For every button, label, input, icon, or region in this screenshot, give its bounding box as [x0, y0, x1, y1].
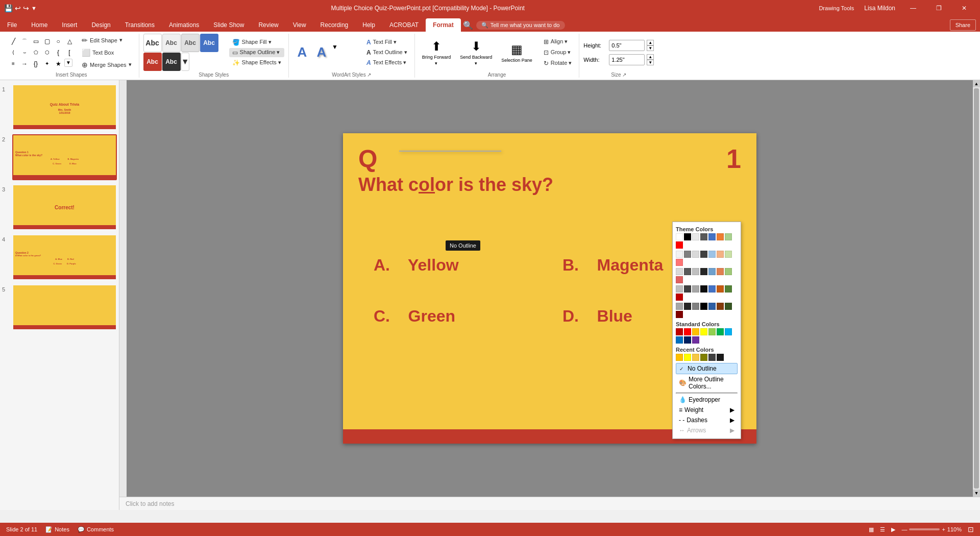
tc-r3-6[interactable]: [717, 268, 724, 275]
hex-shape[interactable]: ⬡: [42, 47, 52, 58]
oval-shape[interactable]: ○: [53, 36, 63, 46]
bring-forward-button[interactable]: ⬆ Bring Forward ▾: [419, 38, 454, 67]
theme-color-5[interactable]: [708, 233, 716, 240]
zoom-slider[interactable]: [909, 528, 940, 530]
zoom-in-btn[interactable]: +: [942, 526, 945, 532]
tc-r2-5[interactable]: [708, 251, 716, 258]
slide-thumb-4[interactable]: 4 Question 2 A What color is the grass? …: [2, 234, 117, 280]
rc-6[interactable]: [717, 354, 724, 361]
shape-style-expand[interactable]: ▼: [181, 53, 189, 71]
tc-r3-3[interactable]: [692, 268, 699, 275]
star-shape[interactable]: ★: [53, 59, 63, 69]
tc-r4-2[interactable]: [684, 285, 691, 293]
align-button[interactable]: ⊞ Align ▾: [541, 37, 575, 46]
slide-thumb-5[interactable]: 5: [2, 284, 117, 330]
tc-r5-3[interactable]: [692, 303, 699, 310]
tab-home[interactable]: Home: [24, 18, 55, 32]
theme-color-6[interactable]: [717, 233, 724, 240]
text-effects-button[interactable]: A Text Effects ▾: [363, 58, 410, 67]
restore-button[interactable]: ❐: [927, 0, 950, 16]
freeform-shape[interactable]: ✦: [42, 59, 52, 69]
tc-r5-4[interactable]: [700, 303, 707, 310]
slide-preview-4[interactable]: Question 2 A What color is the grass? A.…: [12, 234, 117, 280]
comments-button[interactable]: 💬 Comments: [78, 526, 114, 533]
curly-shape[interactable]: {}: [31, 59, 41, 69]
notes-button[interactable]: 📝 Notes: [45, 526, 69, 533]
pentagon-shape[interactable]: ⬠: [31, 47, 41, 58]
slide-thumb-1[interactable]: 1 Quiz About Trivia Mrs. Smith 1/31/2019: [2, 84, 117, 130]
notes-bar[interactable]: Click to add notes: [119, 497, 980, 510]
wordart-btn-2[interactable]: A: [312, 43, 331, 62]
tc-r5-7[interactable]: [725, 303, 732, 310]
arc-shape[interactable]: ⌣: [19, 47, 30, 58]
text-outline-button[interactable]: A Text Outline ▾: [363, 48, 410, 57]
sc-5[interactable]: [708, 328, 716, 335]
tc-r4-8[interactable]: [676, 294, 683, 301]
save-icon[interactable]: 💾: [4, 4, 13, 12]
rc-4[interactable]: [700, 354, 707, 361]
slide-thumb-2[interactable]: 2 Question 1 What color is the sky? A. Y…: [2, 134, 117, 180]
more-outline-colors-item[interactable]: 🎨 More Outline Colors...: [676, 374, 738, 392]
tab-review[interactable]: Review: [251, 18, 285, 32]
right-scrollbar[interactable]: ▲ ▼: [973, 80, 980, 497]
theme-color-8[interactable]: [676, 241, 683, 249]
text-box-button[interactable]: ⬜ Text Box: [79, 47, 135, 58]
shape-style-1[interactable]: Abc: [143, 34, 162, 52]
sc-2[interactable]: [684, 328, 691, 335]
round-rect-shape[interactable]: ▢: [42, 36, 52, 46]
shape-effects-button[interactable]: ✨ Shape Effects ▾: [229, 58, 284, 67]
zigzag-shape[interactable]: ⟨: [8, 47, 18, 58]
edit-shape-button[interactable]: ✏ Edit Shape ▾: [79, 35, 135, 45]
curve-shape[interactable]: ⌒: [19, 36, 30, 46]
shape-style-3[interactable]: Abc: [181, 34, 200, 52]
minimize-button[interactable]: —: [901, 0, 925, 16]
tc-r2-2[interactable]: [684, 251, 691, 258]
sc-7[interactable]: [725, 328, 732, 335]
theme-color-4[interactable]: [700, 233, 707, 240]
tc-r3-8[interactable]: [676, 276, 683, 283]
shape-style-5[interactable]: Abc: [143, 53, 162, 71]
slide-preview-3[interactable]: Correct!: [12, 184, 117, 230]
rect-shape[interactable]: ▭: [31, 36, 41, 46]
tab-recording[interactable]: Recording: [313, 18, 356, 32]
scroll-down-arrow[interactable]: ▼: [973, 490, 980, 497]
eyedropper-item[interactable]: 💧 Eyedropper: [676, 395, 738, 405]
undo-icon[interactable]: ↩: [15, 4, 21, 12]
expand-icon[interactable]: ▼: [64, 59, 72, 67]
rotate-button[interactable]: ↻ Rotate ▾: [541, 59, 575, 68]
tab-animations[interactable]: Animations: [162, 18, 206, 32]
tc-r2-7[interactable]: [725, 251, 732, 258]
normal-view-btn[interactable]: ▦: [869, 526, 874, 533]
close-button[interactable]: ✕: [952, 0, 976, 16]
rc-3[interactable]: [692, 354, 699, 361]
tab-design[interactable]: Design: [84, 18, 117, 32]
dashes-item[interactable]: - - Dashes ▶: [676, 415, 738, 425]
width-spinner[interactable]: ▲ ▼: [647, 54, 654, 65]
rc-1[interactable]: [676, 354, 683, 361]
slide-preview-5[interactable]: [12, 284, 117, 330]
tab-transitions[interactable]: Transitions: [118, 18, 162, 32]
tc-r2-4[interactable]: [700, 251, 707, 258]
merge-shapes-button[interactable]: ⊕ Merge Shapes ▾: [79, 60, 135, 70]
group-button[interactable]: ⊡ Group ▾: [541, 48, 575, 57]
rc-2[interactable]: [684, 354, 691, 361]
line-shape[interactable]: ╱: [8, 36, 18, 46]
weight-item[interactable]: ≡ Weight ▶: [676, 405, 738, 415]
wordart-expand-btn[interactable]: ↗: [367, 72, 371, 78]
scroll-up-arrow[interactable]: ▲: [973, 80, 980, 87]
tc-r3-1[interactable]: [676, 268, 683, 275]
tc-r4-5[interactable]: [708, 285, 716, 293]
tc-r3-4[interactable]: [700, 268, 707, 275]
tab-format[interactable]: Format: [426, 18, 461, 32]
outline-view-btn[interactable]: ☰: [880, 526, 885, 533]
scroll-thumb[interactable]: [974, 88, 979, 489]
rc-5[interactable]: [708, 354, 716, 361]
tc-r2-8[interactable]: [676, 259, 683, 266]
height-input[interactable]: [609, 40, 645, 51]
text-fill-button[interactable]: A Text Fill ▾: [363, 38, 410, 47]
sc-3[interactable]: [692, 328, 699, 335]
arrow-shape[interactable]: →: [19, 59, 30, 69]
tc-r2-1[interactable]: [676, 251, 683, 258]
theme-color-1[interactable]: [676, 233, 683, 240]
redo-icon[interactable]: ↪: [23, 4, 29, 12]
